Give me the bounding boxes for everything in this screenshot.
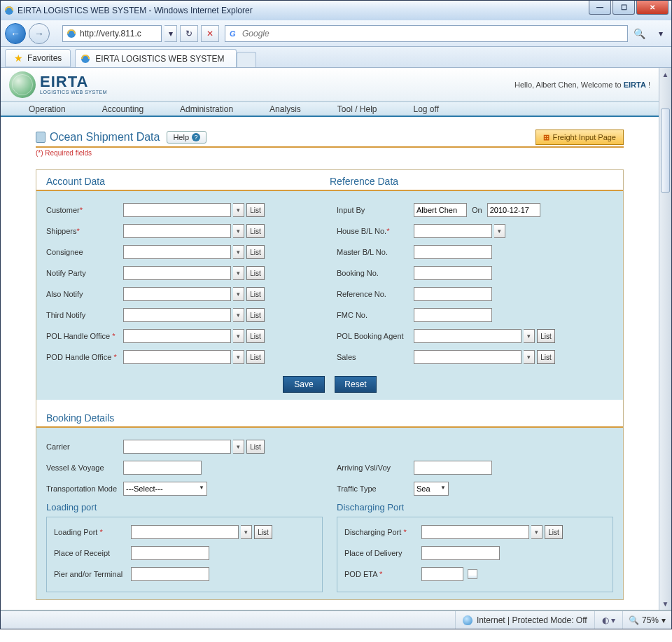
sales-list-button[interactable]: List (537, 350, 555, 364)
carrier-picker[interactable]: ▾ (233, 440, 244, 454)
menu-tool-help[interactable]: Tool / Help (337, 104, 377, 114)
vessel-voyage-label: Vessel & Voyage (46, 463, 123, 472)
traffic-type-select[interactable]: Sea (414, 482, 449, 496)
place-receipt-label: Place of Receipt (54, 549, 131, 557)
url-dropdown-button[interactable]: ▾ (164, 25, 177, 42)
house-bl-picker[interactable]: ▾ (494, 224, 505, 238)
fmc-no-label: FMC No. (337, 311, 414, 319)
site-logo: EIRTA LOGISTICS WEB SYSTEM (9, 71, 107, 98)
also-notify-picker[interactable]: ▾ (233, 287, 244, 301)
trans-mode-select[interactable]: ---Select--- (123, 482, 207, 496)
place-delivery-input[interactable] (421, 546, 500, 560)
vessel-voyage-input[interactable] (123, 461, 202, 475)
menu-administration[interactable]: Administration (180, 104, 233, 114)
search-bar[interactable]: G Google (225, 25, 628, 42)
pod-office-list-button[interactable]: List (246, 350, 265, 364)
consignee-picker[interactable]: ▾ (233, 245, 244, 259)
scroll-track[interactable] (659, 81, 671, 597)
shippers-input[interactable] (123, 224, 231, 238)
reset-button[interactable]: Reset (335, 376, 377, 393)
freight-input-button[interactable]: ⊞ Freight Input Page (536, 130, 624, 145)
pol-office-picker[interactable]: ▾ (233, 329, 244, 343)
pod-eta-label: POD ETA * (344, 570, 421, 578)
pol-agent-input[interactable] (414, 329, 522, 343)
discharging-port-picker[interactable]: ▾ (531, 525, 542, 539)
menu-operation[interactable]: Operation (29, 104, 66, 114)
pol-agent-list-button[interactable]: List (537, 329, 555, 343)
scroll-up-button[interactable]: ▲ (659, 68, 671, 81)
menu-logoff[interactable]: Log off (414, 104, 439, 114)
stop-button[interactable]: ✕ (201, 25, 219, 42)
pod-eta-input[interactable] (421, 567, 463, 581)
place-receipt-input[interactable] (131, 546, 209, 560)
carrier-input[interactable] (123, 440, 231, 454)
arriving-vsl-input[interactable] (414, 461, 492, 475)
customer-picker[interactable]: ▾ (233, 203, 244, 217)
back-button[interactable]: ← (5, 23, 26, 44)
pod-office-picker[interactable]: ▾ (233, 350, 244, 364)
address-bar[interactable]: http://verty.811.c (62, 25, 162, 42)
shippers-picker[interactable]: ▾ (233, 224, 244, 238)
pol-agent-picker[interactable]: ▾ (524, 329, 535, 343)
customer-input[interactable] (123, 203, 231, 217)
scroll-down-button[interactable]: ▼ (659, 597, 671, 610)
loading-port-box: Loading Port *▾List Place of Receipt Pie… (46, 517, 323, 592)
save-button[interactable]: Save (283, 376, 325, 393)
also-notify-input[interactable] (123, 287, 231, 301)
reference-no-input[interactable] (414, 287, 492, 301)
loading-port-picker[interactable]: ▾ (241, 525, 252, 539)
notify-picker[interactable]: ▾ (233, 266, 244, 280)
booking-no-input[interactable] (414, 266, 492, 280)
carrier-list-button[interactable]: List (246, 440, 265, 454)
third-notify-list-button[interactable]: List (246, 308, 265, 322)
zoom-control[interactable]: 🔍 75% ▾ (622, 611, 671, 629)
loading-port-label: Loading Port * (54, 528, 131, 536)
consignee-list-button[interactable]: List (246, 245, 265, 259)
customer-list-button[interactable]: List (246, 203, 265, 217)
maximize-button[interactable]: ☐ (612, 1, 635, 15)
sales-picker[interactable]: ▾ (524, 350, 535, 364)
notify-input[interactable] (123, 266, 231, 280)
pol-office-input[interactable] (123, 329, 231, 343)
notify-list-button[interactable]: List (246, 266, 265, 280)
menu-accounting[interactable]: Accounting (102, 104, 144, 114)
close-button[interactable]: ✕ (636, 1, 668, 15)
fmc-no-input[interactable] (414, 308, 492, 322)
search-button[interactable]: 🔍 (631, 25, 648, 42)
input-by-input[interactable] (414, 203, 467, 217)
pier-terminal-input[interactable] (131, 567, 209, 581)
shippers-list-button[interactable]: List (246, 224, 265, 238)
third-notify-picker[interactable]: ▾ (233, 308, 244, 322)
security-zone[interactable]: Internet | Protected Mode: Off (455, 611, 594, 629)
discharging-port-input[interactable] (421, 525, 529, 539)
loading-port-input[interactable] (131, 525, 239, 539)
favorites-button[interactable]: ★ Favorites (5, 49, 71, 67)
pol-office-list-button[interactable]: List (246, 329, 265, 343)
sales-input[interactable] (414, 350, 522, 364)
discharging-port-list-button[interactable]: List (545, 525, 563, 539)
menu-analysis[interactable]: Analysis (270, 104, 301, 114)
calendar-icon[interactable] (468, 569, 477, 579)
tab-favicon-icon (80, 53, 91, 64)
pod-office-input[interactable] (123, 350, 231, 364)
house-bl-input[interactable] (414, 224, 492, 238)
master-bl-input[interactable] (414, 245, 492, 259)
vertical-scrollbar[interactable]: ▲ ▼ (659, 68, 671, 610)
help-button[interactable]: Help ? (167, 131, 206, 144)
section-account: Account Data Reference Data Customer*▾Li… (36, 169, 624, 600)
third-notify-input[interactable] (123, 308, 231, 322)
scroll-thumb[interactable] (661, 109, 670, 193)
loading-port-list-button[interactable]: List (254, 525, 272, 539)
refresh-button[interactable]: ↻ (180, 25, 198, 42)
also-notify-list-button[interactable]: List (246, 287, 265, 301)
forward-button[interactable]: → (29, 23, 50, 44)
minimize-button[interactable]: — (589, 1, 611, 15)
input-date-input[interactable] (487, 203, 540, 217)
status-tools[interactable]: ◐ ▾ (594, 611, 622, 629)
ie-favicon-icon (66, 28, 77, 39)
tab-active[interactable]: EIRTA LOGISTICS WEB SYSTEM (75, 49, 236, 67)
page-icon (36, 132, 46, 143)
new-tab-button[interactable] (237, 52, 256, 67)
consignee-input[interactable] (123, 245, 231, 259)
search-dropdown-button[interactable]: ▾ (654, 25, 667, 42)
